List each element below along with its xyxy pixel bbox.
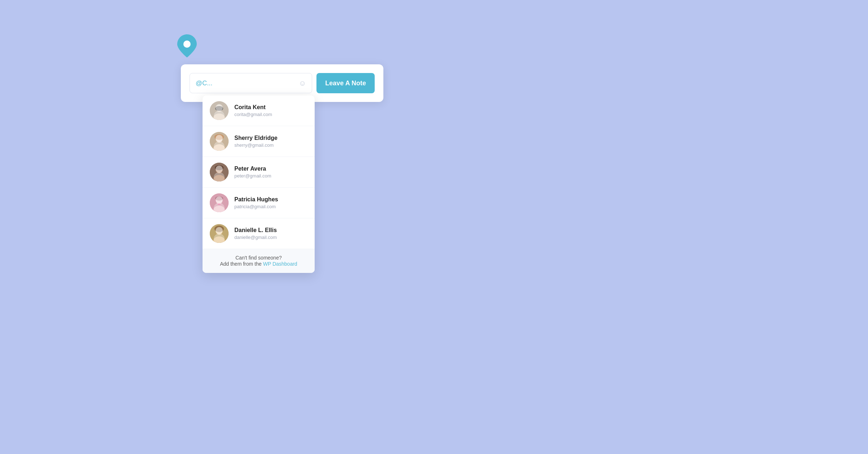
svg-point-7 bbox=[213, 144, 225, 151]
contact-email: patricia@gmail.com bbox=[234, 204, 278, 209]
svg-point-19 bbox=[216, 228, 222, 235]
list-item[interactable]: Patricia Hughes patricia@gmail.com bbox=[203, 188, 315, 218]
avatar bbox=[210, 163, 229, 181]
input-row: @C... ☺ Leave A Note bbox=[190, 73, 375, 93]
contact-name: Sherry Eldridge bbox=[234, 135, 277, 141]
svg-point-0 bbox=[183, 40, 191, 48]
svg-rect-17 bbox=[218, 204, 221, 205]
contact-info: Peter Avera peter@gmail.com bbox=[234, 166, 271, 179]
svg-point-6 bbox=[216, 136, 222, 143]
svg-point-4 bbox=[215, 106, 223, 111]
avatar bbox=[210, 224, 229, 243]
contact-info: Corita Kent corita@gmail.com bbox=[234, 104, 272, 117]
mention-dropdown: Corita Kent corita@gmail.com Sherry Eldr… bbox=[203, 95, 315, 273]
list-item[interactable]: Corita Kent corita@gmail.com bbox=[203, 95, 315, 126]
contact-email: corita@gmail.com bbox=[234, 112, 272, 117]
svg-point-11 bbox=[213, 175, 225, 181]
leave-note-button[interactable]: Leave A Note bbox=[316, 73, 375, 93]
contact-name: Danielle L. Ellis bbox=[234, 227, 277, 234]
contact-email: sherry@gmail.com bbox=[234, 142, 277, 148]
location-pin-icon bbox=[177, 34, 197, 57]
list-item[interactable]: Sherry Eldridge sherry@gmail.com bbox=[203, 126, 315, 157]
svg-point-12 bbox=[215, 165, 224, 170]
footer-subtext: Add them from the WP Dashboard bbox=[210, 261, 307, 267]
contact-name: Patricia Hughes bbox=[234, 196, 278, 203]
wp-dashboard-link[interactable]: WP Dashboard bbox=[263, 261, 297, 267]
emoji-icon[interactable]: ☺ bbox=[299, 79, 306, 87]
contact-info: Danielle L. Ellis danielle@gmail.com bbox=[234, 227, 277, 240]
svg-point-8 bbox=[214, 134, 224, 140]
contact-info: Sherry Eldridge sherry@gmail.com bbox=[234, 135, 277, 148]
contact-email: danielle@gmail.com bbox=[234, 235, 277, 240]
svg-rect-1 bbox=[210, 101, 229, 120]
avatar bbox=[210, 132, 229, 151]
svg-point-14 bbox=[216, 197, 222, 204]
list-item[interactable]: Danielle L. Ellis danielle@gmail.com bbox=[203, 218, 315, 249]
list-item[interactable]: Peter Avera peter@gmail.com bbox=[203, 157, 315, 188]
mention-input-text: @C... bbox=[196, 80, 212, 87]
svg-point-16 bbox=[215, 196, 223, 201]
mention-input-wrapper[interactable]: @C... ☺ bbox=[190, 73, 312, 93]
svg-point-2 bbox=[216, 105, 222, 112]
svg-point-21 bbox=[214, 226, 224, 232]
svg-point-3 bbox=[213, 113, 225, 120]
contact-email: peter@gmail.com bbox=[234, 173, 271, 179]
contact-name: Corita Kent bbox=[234, 104, 272, 111]
svg-point-10 bbox=[216, 166, 222, 174]
svg-rect-18 bbox=[210, 224, 229, 243]
svg-point-15 bbox=[213, 206, 225, 212]
footer-add-text: Add them from the bbox=[220, 261, 263, 267]
avatar bbox=[210, 193, 229, 212]
svg-rect-13 bbox=[210, 193, 229, 212]
contact-name: Peter Avera bbox=[234, 166, 271, 172]
avatar bbox=[210, 101, 229, 120]
svg-rect-5 bbox=[210, 132, 229, 151]
footer-cant-find-text: Can't find someone? bbox=[210, 255, 307, 261]
dropdown-footer: Can't find someone? Add them from the WP… bbox=[203, 249, 315, 273]
svg-point-20 bbox=[213, 236, 225, 243]
svg-rect-9 bbox=[210, 163, 229, 181]
contact-info: Patricia Hughes patricia@gmail.com bbox=[234, 196, 278, 209]
